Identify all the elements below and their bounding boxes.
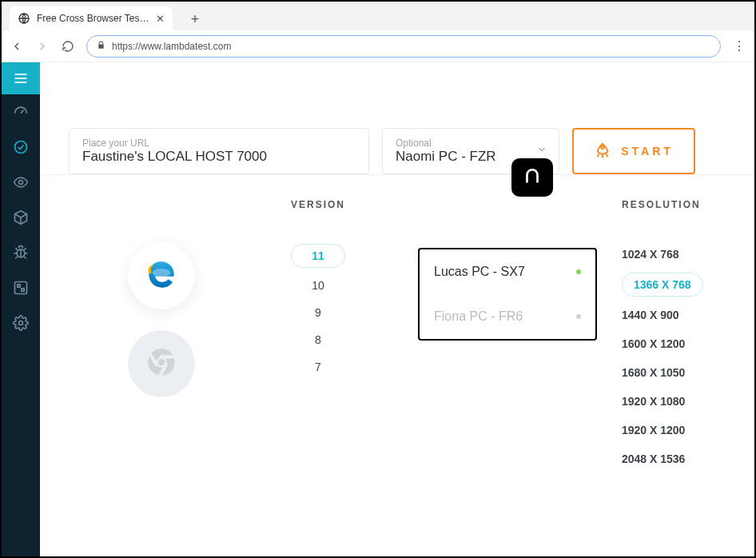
svg-line-4 <box>21 110 23 114</box>
svg-point-6 <box>19 181 23 185</box>
url-value: Faustine's LOCAL HOST 7000 <box>82 149 356 165</box>
dropdown-item-label: Fiona PC - FR6 <box>434 309 523 324</box>
tunnel-badge-icon <box>511 158 553 197</box>
resolution-item[interactable]: 1920 X 1080 <box>622 391 726 412</box>
rocket-icon <box>594 141 611 161</box>
svg-point-17 <box>158 359 165 365</box>
main-panel: Place your URL Faustine's LOCAL HOST 700… <box>40 62 754 556</box>
resolution-item[interactable]: 1600 X 1200 <box>622 333 726 354</box>
svg-point-12 <box>19 321 23 325</box>
sidebar-item-dashboard[interactable] <box>2 94 40 130</box>
dropdown-item-label: Lucas PC - SX7 <box>434 265 525 279</box>
start-label: START <box>621 145 674 157</box>
lock-icon <box>97 41 105 51</box>
svg-point-13 <box>601 145 604 149</box>
app-root: Place your URL Faustine's LOCAL HOST 700… <box>2 62 754 556</box>
sidebar-item-integrations[interactable] <box>2 270 40 305</box>
svg-point-14 <box>153 269 171 277</box>
browser-ie[interactable] <box>128 242 195 309</box>
browser-chrome[interactable] <box>128 330 195 397</box>
tunnel-dropdown: Lucas PC - SX7 Fiona PC - FR6 <box>418 248 597 341</box>
tab-title: Free Cross Browser Testing Clou <box>37 13 149 24</box>
resolution-item[interactable]: 2048 X 1536 <box>622 448 726 469</box>
browser-tab[interactable]: Free Cross Browser Testing Clou ✕ <box>10 6 173 30</box>
ie-icon <box>145 257 178 294</box>
tab-close-icon[interactable]: ✕ <box>156 13 165 25</box>
url-input[interactable]: Place your URL Faustine's LOCAL HOST 700… <box>69 128 369 174</box>
os-column-header <box>382 199 574 210</box>
browser-menu-icon[interactable]: ⋮ <box>732 38 746 54</box>
resolution-header: RESOLUTION <box>574 199 726 210</box>
tunnel-placeholder: Optional <box>396 138 546 149</box>
controls-row: Place your URL Faustine's LOCAL HOST 700… <box>40 62 754 174</box>
status-dot-icon <box>576 269 581 274</box>
version-column: 11 10 9 8 7 <box>254 234 382 469</box>
svg-point-5 <box>15 141 27 153</box>
resolution-item[interactable]: 1024 X 768 <box>622 244 726 265</box>
sidebar-item-bug[interactable] <box>2 235 40 270</box>
chrome-icon <box>145 346 177 381</box>
browser-column <box>69 234 254 469</box>
hamburger-button[interactable] <box>2 62 40 94</box>
version-item[interactable]: 9 <box>315 303 321 322</box>
version-item[interactable]: 10 <box>312 276 324 295</box>
sidebar-item-package[interactable] <box>2 200 40 235</box>
forward-icon <box>35 40 50 53</box>
url-placeholder: Place your URL <box>82 138 356 149</box>
browser-column-header <box>69 199 254 210</box>
svg-rect-11 <box>22 289 24 291</box>
sidebar-item-visual[interactable] <box>2 165 40 200</box>
version-item[interactable]: 7 <box>315 357 321 377</box>
reload-icon[interactable] <box>61 40 75 53</box>
browser-chrome: Free Cross Browser Testing Clou ✕ + http… <box>2 2 754 62</box>
sidebar-item-settings[interactable] <box>2 305 40 341</box>
version-header: VERSION <box>254 199 382 210</box>
resolution-item[interactable]: 1440 X 900 <box>622 305 726 325</box>
resolution-item[interactable]: 1680 X 1050 <box>622 362 726 383</box>
config-headers: VERSION RESOLUTION <box>40 174 754 210</box>
dropdown-item-fiona[interactable]: Fiona PC - FR6 <box>420 294 595 339</box>
config-grid: 11 10 9 8 7 Windows 10 1024 X 768 1366 X… <box>40 210 754 469</box>
address-bar[interactable]: https://www.lambdatest.com <box>86 35 721 58</box>
resolution-item[interactable]: 1920 X 1200 <box>622 420 726 440</box>
tab-bar: Free Cross Browser Testing Clou ✕ + <box>2 2 754 30</box>
resolution-selected[interactable]: 1366 X 768 <box>622 273 703 297</box>
version-item[interactable]: 8 <box>315 330 321 349</box>
start-button[interactable]: START <box>572 128 695 174</box>
back-icon[interactable] <box>10 40 24 53</box>
sidebar <box>2 62 40 556</box>
browser-toolbar: https://www.lambdatest.com ⋮ <box>2 30 754 62</box>
version-selected[interactable]: 11 <box>291 244 345 268</box>
new-tab-button[interactable]: + <box>184 8 206 30</box>
svg-rect-10 <box>18 285 20 287</box>
tab-favicon-icon <box>18 12 30 25</box>
sidebar-item-realtime[interactable] <box>2 130 40 165</box>
dropdown-item-lucas[interactable]: Lucas PC - SX7 <box>420 249 595 294</box>
status-dot-icon <box>576 314 581 319</box>
address-url: https://www.lambdatest.com <box>112 41 231 52</box>
chevron-down-icon <box>536 144 547 158</box>
